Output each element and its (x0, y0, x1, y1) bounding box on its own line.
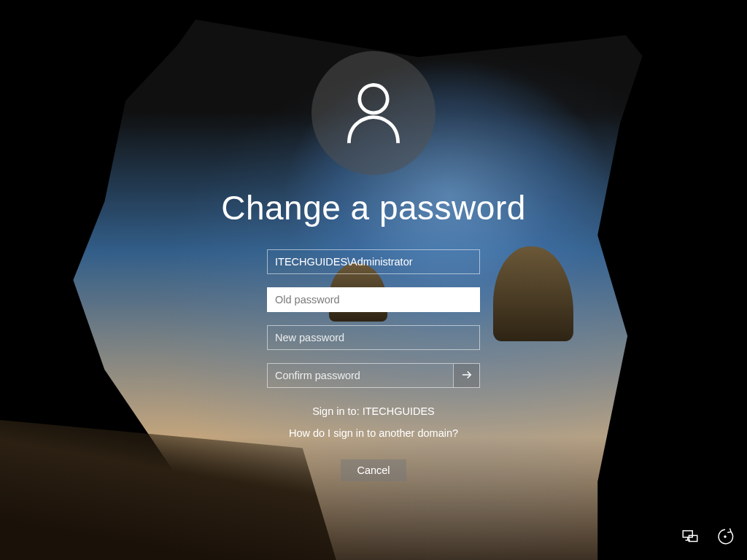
ease-of-access-button[interactable] (715, 528, 735, 548)
cancel-button[interactable]: Cancel (341, 459, 406, 481)
svg-point-0 (360, 85, 387, 113)
change-password-panel: Change a password Sign in to: ITECHGUIDE… (0, 51, 747, 560)
system-icons (680, 528, 735, 548)
new-password-field-wrap[interactable] (267, 325, 480, 350)
other-domain-link[interactable]: How do I sign in to another domain? (289, 427, 458, 439)
arrow-right-icon (460, 368, 473, 384)
page-title: Change a password (221, 188, 526, 228)
svg-rect-1 (683, 531, 692, 537)
username-field[interactable] (268, 250, 479, 273)
username-field-wrap[interactable] (267, 249, 480, 274)
ease-of-access-icon (716, 527, 735, 549)
confirm-password-field-wrap[interactable] (267, 363, 480, 388)
old-password-field-wrap[interactable] (267, 287, 480, 312)
network-button[interactable] (680, 528, 700, 548)
user-avatar (311, 51, 436, 175)
svg-rect-2 (689, 535, 697, 541)
confirm-password-field[interactable] (268, 364, 479, 387)
old-password-field[interactable] (268, 288, 479, 311)
submit-button[interactable] (453, 364, 479, 387)
new-password-field[interactable] (268, 326, 479, 349)
network-icon (681, 527, 700, 549)
signin-to-label: Sign in to: ITECHGUIDES (312, 405, 435, 417)
user-icon (338, 77, 409, 149)
svg-point-5 (724, 535, 727, 538)
